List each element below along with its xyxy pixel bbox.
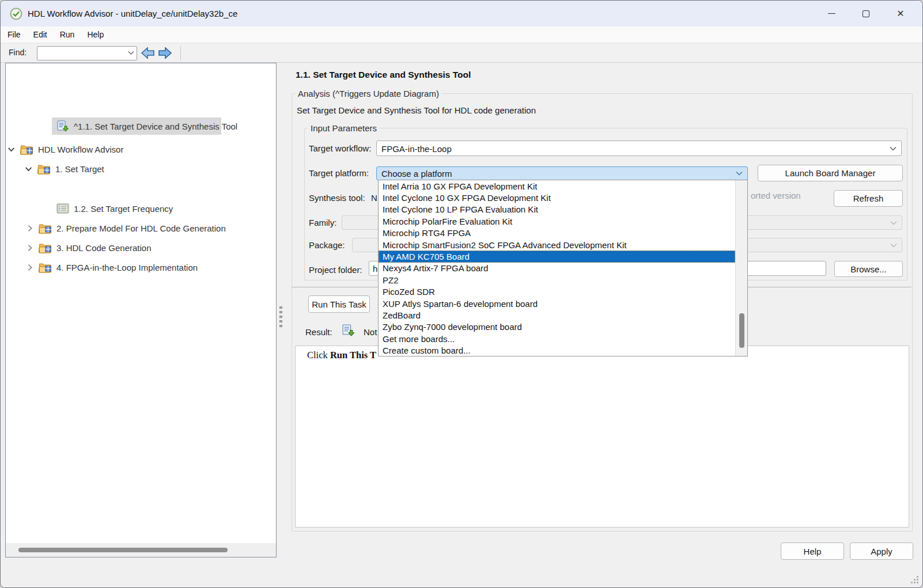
chevron-right-icon[interactable] — [25, 263, 34, 272]
tree-item-hdl-workflow-advisor[interactable]: HDL Workflow Advisor — [7, 141, 123, 158]
dropdown-scrollbar[interactable] — [735, 180, 747, 356]
chevron-down-icon — [890, 146, 896, 151]
menu-run[interactable]: Run — [54, 26, 81, 43]
chevron-down-icon — [890, 221, 897, 225]
find-next-button[interactable] — [157, 46, 172, 60]
target-platform-combobox[interactable]: Choose a platform — [376, 166, 748, 180]
target-platform-dropdown-list: Intel Arria 10 GX FPGA Development Kit I… — [378, 180, 748, 356]
platform-option[interactable]: Intel Cyclone 10 GX FPGA Development Kit — [379, 192, 735, 203]
synthesis-tool-value-fragment: N — [371, 193, 377, 203]
synthesis-tool-label: Synthesis tool: — [309, 193, 365, 203]
workflow-tree-panel: HDL Workflow Advisor 1. Set Target — [5, 63, 277, 557]
platform-option[interactable]: Microchip RTG4 FPGA — [379, 227, 735, 239]
tree-item-label: 2. Prepare Model For HDL Code Generation — [56, 223, 226, 233]
run-this-task-button[interactable]: Run This Task — [308, 295, 370, 313]
target-workflow-value: FPGA-in-the-Loop — [381, 143, 452, 153]
find-input[interactable] — [39, 47, 123, 59]
platform-option[interactable]: Create custom board... — [379, 344, 735, 356]
tree-item-set-target[interactable]: 1. Set Target — [24, 160, 104, 177]
task-run-icon — [56, 120, 69, 132]
chevron-down-icon — [736, 171, 743, 176]
platform-option[interactable]: Zybo Zynq-7000 development board — [379, 321, 735, 333]
family-label: Family: — [309, 218, 336, 227]
tree-item-label: HDL Workflow Advisor — [38, 145, 123, 154]
tree-item-set-target-frequency[interactable]: 1.2. Set Target Frequency — [56, 200, 173, 217]
chevron-down-icon[interactable] — [24, 165, 33, 173]
find-combobox[interactable] — [37, 46, 137, 60]
tree-item-prepare-model[interactable]: 2. Prepare Model For HDL Code Generation — [25, 219, 226, 237]
maximize-icon — [863, 10, 869, 17]
tree-item-label: 1.2. Set Target Frequency — [74, 204, 173, 214]
platform-option[interactable]: XUP Atlys Spartan-6 development board — [379, 298, 735, 309]
window-title: HDL Workflow Advisor - unitDelay_ce/unit… — [28, 9, 237, 18]
target-platform-label: Target platform: — [309, 168, 369, 178]
platform-option[interactable]: Nexys4 Artix-7 FPGA board — [379, 263, 735, 274]
input-parameters-label: Input Parameters — [308, 123, 380, 133]
close-icon: ✕ — [896, 9, 904, 18]
package-label: Package: — [309, 240, 345, 250]
menu-help[interactable]: Help — [81, 26, 110, 43]
menu-edit[interactable]: Edit — [27, 26, 54, 43]
scrollbar-thumb[interactable] — [739, 313, 744, 348]
platform-option[interactable]: Get more boards... — [379, 333, 735, 344]
result-label: Result: — [305, 327, 332, 337]
platform-option[interactable]: Intel Cyclone 10 LP FPGA Evaluation Kit — [379, 204, 735, 215]
launch-board-manager-button[interactable]: Launch Board Manager — [758, 165, 903, 181]
title-bar: HDL Workflow Advisor - unitDelay_ce/unit… — [1, 1, 922, 26]
maximize-button[interactable] — [849, 1, 883, 26]
refresh-button[interactable]: Refresh — [834, 190, 903, 207]
tree-item-label: 3. HDL Code Generation — [56, 243, 152, 253]
task-description: Set Target Device and Synthesis Tool for… — [297, 105, 536, 115]
project-folder-label: Project folder: — [309, 265, 362, 275]
minimize-icon — [828, 13, 835, 14]
chevron-right-icon[interactable] — [25, 224, 34, 233]
find-toolbar: Find: — [1, 44, 922, 63]
tree-item-set-target-device[interactable]: ^1.1. Set Target Device and Synthesis To… — [56, 117, 237, 135]
task-title: 1.1. Set Target Device and Synthesis Too… — [296, 70, 471, 80]
apply-button[interactable]: Apply — [850, 543, 913, 560]
result-report-area: Click Run This T — [295, 346, 909, 528]
scrollbar-thumb[interactable] — [18, 548, 228, 552]
tree-item-fil-implementation[interactable]: 4. FPGA-in-the-Loop Implementation — [25, 259, 198, 276]
toolbar-separator — [180, 46, 181, 60]
find-label: Find: — [9, 48, 27, 57]
tree-item-label: ^1.1. Set Target Device and Synthesis To… — [74, 122, 237, 131]
workflow-folder-icon — [20, 144, 33, 155]
workflow-folder-icon — [39, 262, 52, 273]
menu-file[interactable]: File — [1, 26, 27, 43]
workflow-advisor-app-icon — [10, 7, 22, 20]
platform-option[interactable]: Intel Arria 10 GX FPGA Development Kit — [379, 180, 735, 192]
target-workflow-label: Target workflow: — [309, 143, 371, 153]
platform-option[interactable]: Microchip SmartFusion2 SoC FPGA Advanced… — [379, 239, 735, 251]
chevron-down-icon[interactable] — [7, 145, 16, 154]
platform-option-selected[interactable]: My AMD KC705 Board — [379, 251, 735, 262]
tree-item-label: 4. FPGA-in-the-Loop Implementation — [56, 263, 198, 272]
platform-option[interactable]: ZedBoard — [379, 309, 735, 321]
workflow-folder-icon — [39, 242, 52, 253]
panel-splitter-handle[interactable] — [279, 306, 283, 327]
close-button[interactable]: ✕ — [883, 1, 918, 26]
workflow-folder-icon — [37, 164, 51, 174]
target-platform-value: Choose a platform — [381, 169, 452, 179]
resize-grip-icon[interactable] — [909, 574, 918, 583]
synthesis-version-note-fragment: orted version — [751, 191, 801, 200]
chevron-down-icon[interactable] — [128, 51, 134, 55]
target-workflow-combobox[interactable]: FPGA-in-the-Loop — [376, 141, 902, 156]
task-run-icon — [342, 324, 355, 337]
chevron-right-icon[interactable] — [25, 244, 34, 252]
workflow-folder-icon — [39, 223, 52, 234]
find-previous-button[interactable] — [141, 46, 156, 60]
platform-option[interactable]: Microchip PolarFire Evaluation Kit — [379, 215, 735, 227]
browse-button[interactable]: Browse... — [834, 261, 903, 277]
menu-bar: File Edit Run Help — [1, 26, 922, 43]
hdl-workflow-advisor-window: HDL Workflow Advisor - unitDelay_ce/unit… — [0, 0, 923, 588]
chevron-down-icon — [890, 243, 897, 248]
tree-item-hdl-code-generation[interactable]: 3. HDL Code Generation — [25, 239, 152, 256]
help-button[interactable]: Help — [781, 543, 844, 560]
tree-horizontal-scrollbar[interactable] — [6, 543, 276, 557]
minimize-button[interactable] — [814, 1, 849, 26]
result-report-text: Click Run This T — [307, 350, 376, 361]
platform-option[interactable]: PicoZed SDR — [379, 286, 735, 298]
platform-option[interactable]: PZ2 — [379, 274, 735, 286]
report-icon — [56, 203, 69, 214]
